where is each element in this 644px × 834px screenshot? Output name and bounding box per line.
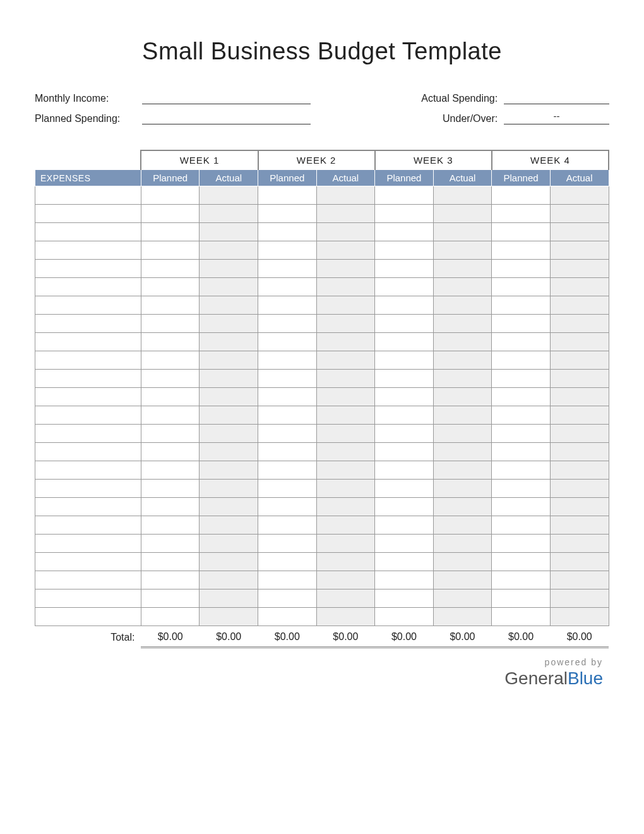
expense-cell[interactable] bbox=[35, 205, 141, 223]
planned-cell[interactable] bbox=[375, 296, 434, 315]
actual-cell[interactable] bbox=[433, 589, 492, 608]
planned-cell[interactable] bbox=[492, 535, 551, 553]
actual-cell[interactable] bbox=[550, 223, 609, 241]
expense-cell[interactable] bbox=[35, 260, 141, 278]
planned-cell[interactable] bbox=[141, 186, 200, 205]
expense-cell[interactable] bbox=[35, 443, 141, 461]
actual-cell[interactable] bbox=[433, 333, 492, 351]
planned-cell[interactable] bbox=[492, 608, 551, 626]
planned-cell[interactable] bbox=[258, 571, 317, 589]
planned-cell[interactable] bbox=[492, 498, 551, 516]
actual-cell[interactable] bbox=[550, 260, 609, 278]
planned-cell[interactable] bbox=[141, 205, 200, 223]
actual-cell[interactable] bbox=[550, 589, 609, 608]
actual-cell[interactable] bbox=[316, 241, 375, 260]
actual-cell[interactable] bbox=[550, 406, 609, 425]
actual-cell[interactable] bbox=[200, 535, 258, 553]
planned-cell[interactable] bbox=[375, 315, 434, 333]
planned-cell[interactable] bbox=[141, 535, 200, 553]
actual-cell[interactable] bbox=[316, 315, 375, 333]
actual-cell[interactable] bbox=[316, 296, 375, 315]
actual-cell[interactable] bbox=[316, 205, 375, 223]
planned-cell[interactable] bbox=[258, 205, 317, 223]
actual-cell[interactable] bbox=[433, 223, 492, 241]
expense-cell[interactable] bbox=[35, 186, 141, 205]
actual-cell[interactable] bbox=[200, 480, 258, 498]
expense-cell[interactable] bbox=[35, 498, 141, 516]
actual-cell[interactable] bbox=[316, 260, 375, 278]
expense-cell[interactable] bbox=[35, 535, 141, 553]
actual-cell[interactable] bbox=[200, 278, 258, 296]
actual-cell[interactable] bbox=[433, 516, 492, 535]
actual-cell[interactable] bbox=[200, 388, 258, 406]
actual-cell[interactable] bbox=[316, 480, 375, 498]
planned-cell[interactable] bbox=[492, 186, 551, 205]
expense-cell[interactable] bbox=[35, 480, 141, 498]
planned-cell[interactable] bbox=[492, 406, 551, 425]
actual-spending-field[interactable] bbox=[504, 90, 609, 104]
actual-cell[interactable] bbox=[200, 589, 258, 608]
expense-cell[interactable] bbox=[35, 223, 141, 241]
actual-cell[interactable] bbox=[200, 186, 258, 205]
planned-cell[interactable] bbox=[141, 461, 200, 480]
actual-cell[interactable] bbox=[433, 296, 492, 315]
planned-cell[interactable] bbox=[492, 241, 551, 260]
actual-cell[interactable] bbox=[433, 278, 492, 296]
planned-cell[interactable] bbox=[492, 553, 551, 571]
planned-cell[interactable] bbox=[258, 186, 317, 205]
actual-cell[interactable] bbox=[200, 406, 258, 425]
expense-cell[interactable] bbox=[35, 278, 141, 296]
planned-cell[interactable] bbox=[492, 315, 551, 333]
actual-cell[interactable] bbox=[550, 425, 609, 443]
planned-cell[interactable] bbox=[258, 535, 317, 553]
planned-cell[interactable] bbox=[141, 351, 200, 370]
expense-cell[interactable] bbox=[35, 406, 141, 425]
planned-cell[interactable] bbox=[375, 553, 434, 571]
actual-cell[interactable] bbox=[433, 186, 492, 205]
actual-cell[interactable] bbox=[550, 333, 609, 351]
actual-cell[interactable] bbox=[550, 535, 609, 553]
planned-cell[interactable] bbox=[141, 571, 200, 589]
planned-cell[interactable] bbox=[141, 260, 200, 278]
planned-cell[interactable] bbox=[375, 571, 434, 589]
planned-cell[interactable] bbox=[492, 205, 551, 223]
actual-cell[interactable] bbox=[433, 205, 492, 223]
planned-cell[interactable] bbox=[375, 186, 434, 205]
actual-cell[interactable] bbox=[200, 425, 258, 443]
planned-cell[interactable] bbox=[141, 315, 200, 333]
actual-cell[interactable] bbox=[550, 516, 609, 535]
actual-cell[interactable] bbox=[316, 388, 375, 406]
actual-cell[interactable] bbox=[550, 571, 609, 589]
planned-cell[interactable] bbox=[375, 406, 434, 425]
planned-cell[interactable] bbox=[375, 260, 434, 278]
actual-cell[interactable] bbox=[433, 553, 492, 571]
actual-cell[interactable] bbox=[433, 260, 492, 278]
planned-cell[interactable] bbox=[375, 333, 434, 351]
planned-cell[interactable] bbox=[492, 351, 551, 370]
expense-cell[interactable] bbox=[35, 296, 141, 315]
actual-cell[interactable] bbox=[200, 315, 258, 333]
planned-cell[interactable] bbox=[258, 406, 317, 425]
actual-cell[interactable] bbox=[316, 351, 375, 370]
planned-cell[interactable] bbox=[492, 296, 551, 315]
planned-cell[interactable] bbox=[375, 278, 434, 296]
planned-cell[interactable] bbox=[492, 589, 551, 608]
planned-cell[interactable] bbox=[258, 315, 317, 333]
actual-cell[interactable] bbox=[550, 388, 609, 406]
actual-cell[interactable] bbox=[316, 461, 375, 480]
actual-cell[interactable] bbox=[200, 205, 258, 223]
actual-cell[interactable] bbox=[433, 370, 492, 388]
planned-cell[interactable] bbox=[492, 223, 551, 241]
planned-cell[interactable] bbox=[492, 370, 551, 388]
actual-cell[interactable] bbox=[433, 241, 492, 260]
actual-cell[interactable] bbox=[550, 186, 609, 205]
actual-cell[interactable] bbox=[200, 260, 258, 278]
actual-cell[interactable] bbox=[316, 516, 375, 535]
actual-cell[interactable] bbox=[200, 223, 258, 241]
planned-cell[interactable] bbox=[492, 516, 551, 535]
actual-cell[interactable] bbox=[316, 333, 375, 351]
actual-cell[interactable] bbox=[550, 370, 609, 388]
planned-cell[interactable] bbox=[141, 498, 200, 516]
planned-cell[interactable] bbox=[492, 461, 551, 480]
planned-cell[interactable] bbox=[141, 223, 200, 241]
